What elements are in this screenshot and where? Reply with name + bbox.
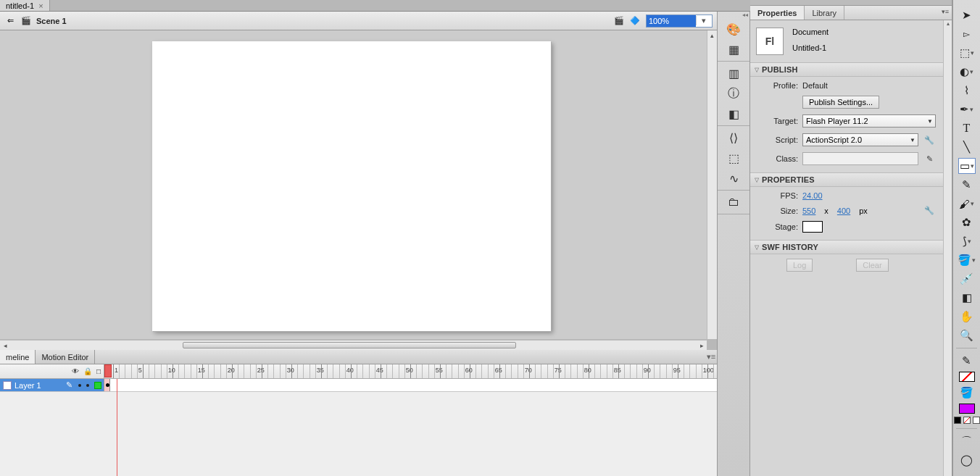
info-panel-icon[interactable]: ⓘ (726, 86, 742, 101)
tools-handle[interactable] (953, 0, 980, 6)
bone-tool[interactable]: ⟆▾ (958, 233, 976, 249)
stage-vscroll[interactable]: ▴ (707, 30, 717, 339)
rectangle-tool[interactable]: ▭▾ (958, 158, 976, 174)
motion-presets-icon[interactable]: ∿ (726, 171, 742, 185)
zoom-input[interactable] (647, 15, 696, 27)
eyedropper-tool[interactable]: 💉 (958, 271, 976, 287)
lasso-tool[interactable]: ⌇ (958, 83, 976, 99)
snap-option-icon[interactable]: ⌒ (958, 433, 976, 449)
section-properties-header[interactable]: ▽ PROPERTIES (750, 172, 943, 187)
timeline-menu-icon[interactable]: ▾≡ (705, 350, 717, 364)
size-height[interactable]: 400 (837, 206, 850, 215)
project-panel-icon[interactable]: 🗀 (726, 195, 742, 209)
hscroll-track[interactable] (10, 341, 697, 350)
hscroll-left-icon[interactable]: ◂ (0, 342, 10, 349)
no-color-icon[interactable] (963, 417, 971, 424)
script-dropdown[interactable]: ActionScript 2.0 ▼ (802, 133, 918, 146)
vscroll-up-icon[interactable]: ▴ (707, 30, 717, 41)
timeline-empty-area (0, 392, 717, 476)
color-panel-icon[interactable]: 🎨 (726, 22, 742, 36)
zoom-field[interactable]: ▾ (646, 14, 713, 28)
stage-hscroll[interactable]: ◂ ▸ (0, 340, 707, 350)
document-tab[interactable]: ntitled-1 × (0, 0, 50, 11)
zoom-dropdown-icon[interactable]: ▾ (696, 16, 710, 25)
ruler-label: 45 (376, 367, 383, 374)
frame-1[interactable] (104, 379, 110, 391)
frame-ruler[interactable]: 1510152025303540455055606570758085909510… (104, 364, 717, 378)
tab-motion-editor[interactable]: Motion Editor (36, 350, 95, 364)
layer-frames[interactable] (104, 379, 717, 391)
stroke-color-swatch[interactable] (959, 372, 975, 382)
tab-properties[interactable]: Properties (750, 6, 805, 20)
eye-column-icon[interactable]: 👁 (72, 367, 79, 375)
selection-tool[interactable]: ➤ (958, 7, 976, 23)
scene-back-icon[interactable]: ⇐ (4, 16, 16, 26)
align-panel-icon[interactable]: ▥ (726, 66, 742, 80)
pscroll-up-icon[interactable]: ▴ (944, 20, 952, 29)
layer-row[interactable]: Layer 1 ✎ (0, 379, 717, 392)
components-panel-icon[interactable]: ⬚ (726, 151, 742, 165)
pen-tool[interactable]: ✒▾ (958, 101, 976, 117)
hscroll-right-icon[interactable]: ▸ (697, 342, 707, 349)
section-swf-header[interactable]: ▽ SWF HISTORY (750, 240, 943, 254)
swap-colors-icon[interactable] (973, 417, 980, 424)
tab-timeline[interactable]: meline (0, 350, 36, 364)
panel-menu-icon[interactable]: ▾≡ (942, 8, 949, 15)
edit-symbol-icon[interactable]: 🔷 (628, 14, 641, 28)
brush-tool[interactable]: 🖌▾ (958, 196, 976, 212)
transform-panel-icon[interactable]: ◧ (726, 107, 742, 121)
edit-scene-icon[interactable]: 🎬 (612, 14, 626, 28)
close-tab-icon[interactable]: × (38, 1, 43, 10)
layer-name-cell[interactable]: Layer 1 ✎ (0, 379, 75, 391)
swf-clear-button[interactable]: Clear (856, 259, 888, 272)
class-input[interactable] (802, 152, 918, 165)
fill-color-icon[interactable]: 🪣 (958, 385, 976, 401)
section-publish-header[interactable]: ▽ PUBLISH (750, 62, 943, 77)
layer-header-icons: 👁 🔒 □ (0, 364, 104, 378)
fps-value[interactable]: 24.00 (802, 191, 823, 200)
hscroll-thumb[interactable] (183, 342, 516, 348)
text-tool[interactable]: T (958, 120, 976, 136)
tab-library[interactable]: Library (805, 6, 844, 20)
paint-bucket-tool[interactable]: 🪣▾ (958, 252, 976, 268)
size-unit: px (850, 206, 876, 215)
stage-canvas[interactable] (152, 41, 551, 331)
subselection-tool[interactable]: ▻ (958, 26, 976, 42)
swf-log-button[interactable]: Log (786, 259, 813, 272)
script-settings-icon[interactable]: 🔧 (923, 135, 936, 145)
zoom-tool[interactable]: 🔍 (958, 327, 976, 343)
fill-color-swatch[interactable] (959, 404, 975, 414)
stroke-color-icon[interactable]: ✎ (958, 353, 976, 369)
line-tool[interactable]: ╲ (958, 139, 976, 155)
scene-clapper-icon[interactable]: 🎬 (20, 16, 32, 26)
class-edit-icon[interactable]: ✎ (923, 154, 936, 164)
target-dropdown[interactable]: Flash Player 11.2 ▼ (802, 114, 936, 128)
panel-drag-handle[interactable] (750, 0, 952, 6)
properties-vscroll[interactable]: ▴ (943, 20, 952, 476)
hand-tool[interactable]: ✋ (958, 309, 976, 325)
3d-rotation-tool[interactable]: ◐▾ (958, 64, 976, 80)
eraser-tool[interactable]: ◧ (958, 290, 976, 306)
tools-panel: ➤ ▻ ⬚▾ ◐▾ ⌇ ✒▾ T ╲ ▭▾ ✎ 🖌▾ ✿ ⟆▾ 🪣▾ 💉 ◧ ✋… (952, 0, 980, 476)
size-width[interactable]: 550 (802, 206, 815, 215)
publish-settings-button[interactable]: Publish Settings... (802, 96, 879, 109)
code-snippets-icon[interactable]: ⟨⟩ (726, 130, 742, 145)
stage-pasteboard[interactable] (0, 30, 717, 339)
properties-body: Fl Document Untitled-1 ▽ PUBLISH Profile… (750, 20, 943, 476)
object-drawing-icon[interactable]: ◯ (958, 452, 976, 468)
layer-eye-dot[interactable] (78, 384, 81, 387)
stage-color-swatch[interactable] (802, 221, 823, 233)
layer-lock-dot[interactable] (86, 384, 89, 387)
layer-outline-swatch[interactable] (94, 382, 101, 389)
free-transform-tool[interactable]: ⬚▾ (958, 45, 976, 61)
bw-swap-black-icon[interactable] (954, 417, 961, 424)
properties-panel: Properties Library ▾≡ Fl Document Untitl… (750, 0, 952, 476)
pencil-tool[interactable]: ✎ (958, 177, 976, 193)
lock-column-icon[interactable]: 🔒 (83, 367, 92, 375)
playhead[interactable] (104, 364, 112, 377)
deco-tool[interactable]: ✿ (958, 214, 976, 230)
strip-handle-icon[interactable]: ◂◂ (718, 12, 749, 17)
swatches-panel-icon[interactable]: ▦ (726, 42, 742, 57)
size-settings-icon[interactable]: 🔧 (923, 206, 936, 215)
outline-column-icon[interactable]: □ (96, 367, 101, 375)
